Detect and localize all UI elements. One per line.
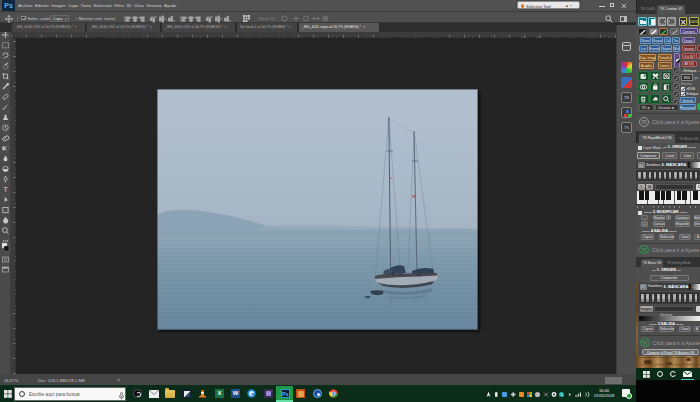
svg-text:T: T	[3, 185, 8, 194]
